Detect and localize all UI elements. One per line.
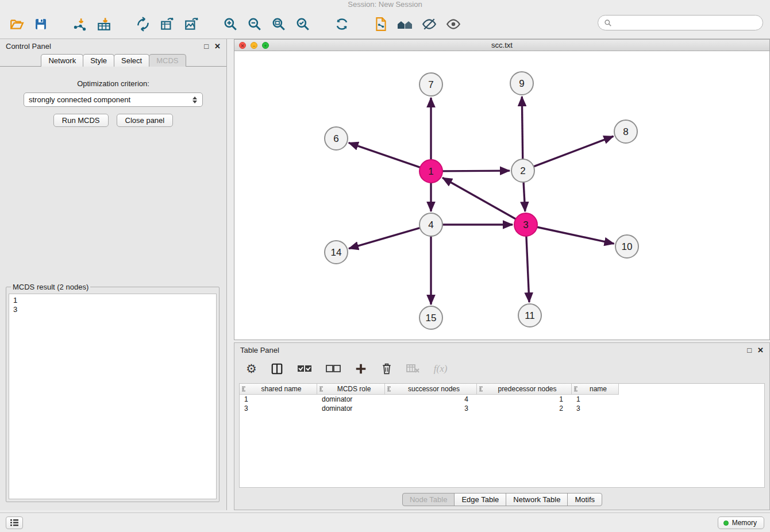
delete-column-icon[interactable] xyxy=(381,363,392,375)
maximize-window-icon[interactable]: + xyxy=(262,42,269,49)
column-header[interactable]: successor nodes xyxy=(385,384,477,395)
graph-edge[interactable] xyxy=(349,228,420,249)
sort-icon[interactable] xyxy=(573,386,580,392)
graph-node-label: 7 xyxy=(428,79,433,90)
graph-edge[interactable] xyxy=(522,97,522,159)
zoom-in-icon[interactable] xyxy=(221,14,240,34)
run-mcds-button[interactable]: Run MCDS xyxy=(53,114,109,127)
mcds-result-list[interactable]: 13 xyxy=(9,294,217,499)
sort-icon[interactable] xyxy=(319,386,325,392)
table-cell[interactable]: 1 xyxy=(572,395,619,404)
minimize-window-icon[interactable]: − xyxy=(251,42,257,49)
close-table-panel-icon[interactable]: ✕ xyxy=(757,346,764,354)
network-view-window: ✕ − + scc.txt 7968124314101511 xyxy=(234,39,770,340)
network-canvas-area[interactable]: 7968124314101511 xyxy=(234,51,769,340)
network-canvas[interactable]: 7968124314101511 xyxy=(234,51,769,340)
table-cell[interactable]: 2 xyxy=(477,404,572,413)
column-header[interactable]: MCDS role xyxy=(317,384,385,395)
table-cell[interactable]: 1 xyxy=(477,395,572,404)
graph-edge[interactable] xyxy=(349,143,420,168)
close-panel-icon[interactable]: ✕ xyxy=(214,42,221,51)
close-window-icon[interactable]: ✕ xyxy=(239,42,246,49)
table-cell[interactable]: 1 xyxy=(240,395,317,404)
graph-edge[interactable] xyxy=(526,236,529,302)
optimization-criterion-select[interactable]: strongly connected component xyxy=(24,92,203,107)
tab-mcds[interactable]: MCDS xyxy=(149,54,186,67)
table-cell[interactable]: dominator xyxy=(317,395,385,404)
task-history-button[interactable] xyxy=(6,516,23,529)
tab-edge-table[interactable]: Edge Table xyxy=(454,493,506,506)
column-header[interactable]: name xyxy=(572,384,619,395)
new-network-icon[interactable] xyxy=(133,14,153,34)
add-column-icon[interactable] xyxy=(355,363,367,375)
save-session-icon[interactable] xyxy=(31,14,51,34)
new-network-table-icon[interactable] xyxy=(157,14,177,34)
tab-network-table[interactable]: Network Table xyxy=(506,493,568,506)
sort-icon[interactable] xyxy=(479,386,485,392)
open-session-icon[interactable] xyxy=(7,14,26,34)
graph-edge[interactable] xyxy=(523,182,525,211)
memory-button[interactable]: Memory xyxy=(718,516,764,529)
float-panel-icon[interactable]: □ xyxy=(204,42,209,51)
memory-status-icon xyxy=(723,521,729,526)
table-panel: Table Panel □ ✕ ⚙ f(x) shared nameMCDS r… xyxy=(234,342,770,510)
import-table-icon[interactable] xyxy=(94,14,114,34)
float-table-panel-icon[interactable]: □ xyxy=(747,346,752,354)
tab-node-table[interactable]: Node Table xyxy=(402,493,455,506)
main-toolbar xyxy=(0,9,770,39)
close-panel-button[interactable]: Close panel xyxy=(117,114,174,127)
column-layout-icon[interactable] xyxy=(271,363,283,375)
tab-select[interactable]: Select xyxy=(114,54,149,67)
search-field[interactable] xyxy=(598,15,763,30)
table-cell[interactable]: 3 xyxy=(240,404,317,413)
graph-node-label: 1 xyxy=(428,166,433,177)
tab-network[interactable]: Network xyxy=(41,54,83,67)
mcds-result-item[interactable]: 3 xyxy=(13,305,212,314)
column-header-label: shared name xyxy=(248,385,315,393)
sort-icon[interactable] xyxy=(241,386,248,392)
mcds-result-box: MCDS result (2 nodes) 13 xyxy=(6,283,220,502)
graph-edge[interactable] xyxy=(442,171,510,171)
function-builder-icon[interactable]: f(x) xyxy=(434,363,448,375)
network-document-icon[interactable] xyxy=(371,14,391,34)
table-cell[interactable]: 3 xyxy=(572,404,619,413)
export-image-icon[interactable] xyxy=(182,14,201,34)
table-cell[interactable]: 3 xyxy=(385,404,477,413)
graph-edge[interactable] xyxy=(537,227,614,244)
column-header[interactable]: shared name xyxy=(240,384,317,395)
table-settings-icon[interactable]: ⚙ xyxy=(246,362,257,376)
select-stepper-icon xyxy=(191,95,198,105)
table-panel-title: Table Panel xyxy=(240,346,279,354)
table-cell[interactable]: dominator xyxy=(317,404,385,413)
table-toolbar: ⚙ f(x) xyxy=(234,357,769,381)
import-network-icon[interactable] xyxy=(70,14,90,34)
select-all-icon[interactable] xyxy=(297,364,312,373)
table-row[interactable]: 1dominator411 xyxy=(240,395,764,404)
delete-table-icon[interactable] xyxy=(406,364,420,374)
search-icon xyxy=(604,19,612,27)
table-cell[interactable]: 4 xyxy=(385,395,477,404)
tab-style[interactable]: Style xyxy=(83,54,114,67)
column-header-label: predecessor nodes xyxy=(485,385,569,393)
refresh-icon[interactable] xyxy=(332,14,352,34)
show-hide-icon[interactable] xyxy=(444,14,463,34)
node-table-body: 1dominator4113dominator323 xyxy=(240,395,764,413)
zoom-out-icon[interactable] xyxy=(245,14,264,34)
column-header[interactable]: predecessor nodes xyxy=(477,384,572,395)
sort-icon[interactable] xyxy=(387,386,393,392)
column-header-label: MCDS role xyxy=(325,385,383,393)
graph-node-label: 2 xyxy=(520,165,525,176)
deselect-all-icon[interactable] xyxy=(326,364,341,373)
graphics-details-icon[interactable] xyxy=(419,14,439,34)
control-panel: Control Panel □ ✕ Network Style Select M… xyxy=(0,39,227,510)
graph-edge[interactable] xyxy=(442,178,516,219)
zoom-selected-icon[interactable] xyxy=(293,14,313,34)
graph-edge[interactable] xyxy=(534,136,614,167)
tab-motifs[interactable]: Motifs xyxy=(567,493,602,506)
table-row[interactable]: 3dominator323 xyxy=(240,404,764,413)
network-window-title: scc.txt xyxy=(491,41,513,49)
search-input[interactable] xyxy=(615,17,763,29)
first-neighbors-icon[interactable] xyxy=(395,14,415,34)
mcds-result-item[interactable]: 1 xyxy=(13,296,212,305)
zoom-fit-icon[interactable] xyxy=(269,14,288,34)
